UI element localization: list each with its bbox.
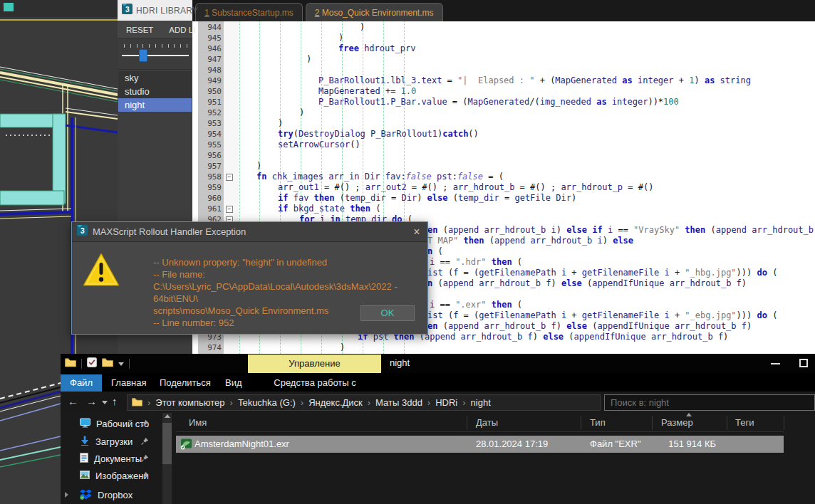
address-bar-row: ← → ↑ ›Этот компьютер›Tekuchka (G:)›Янде… bbox=[61, 392, 815, 413]
breadcrumb-item[interactable]: night bbox=[471, 397, 491, 408]
line-number: 950 bbox=[198, 86, 222, 97]
tab-number: 1 bbox=[204, 8, 209, 18]
up-icon[interactable]: ↑ bbox=[112, 395, 118, 407]
line-number: 948 bbox=[198, 65, 222, 75]
scrollbar-thumb[interactable] bbox=[162, 423, 172, 464]
scroll-up-icon[interactable] bbox=[165, 414, 170, 418]
folder-icon[interactable] bbox=[65, 357, 76, 370]
slider-track[interactable] bbox=[122, 55, 189, 56]
hdri-list-item-studio[interactable]: studio bbox=[118, 85, 192, 98]
ribbon-tab-picture-tools[interactable]: Средства работы с рисунками bbox=[254, 374, 375, 392]
scrollbar[interactable] bbox=[162, 413, 172, 504]
code-line: 958−fn chk_images arr_in Dir fav:false p… bbox=[192, 172, 815, 182]
sidebar-item-downloads[interactable]: Загрузки bbox=[61, 434, 162, 450]
code-text: fn chk_images arr_in Dir fav:false pst:f… bbox=[256, 172, 504, 182]
line-number: 952 bbox=[198, 107, 222, 118]
code-line: 944) bbox=[192, 22, 815, 33]
column-header-Тип[interactable]: Тип bbox=[581, 415, 652, 431]
explorer-main: Рабочий стоЗагрузкиДокументыИзображениDr… bbox=[61, 413, 815, 504]
slider-handle[interactable] bbox=[139, 49, 147, 62]
code-line: 959arr_out1 = #() ; arr_out2 = #() ; arr… bbox=[192, 182, 815, 193]
expand-chevron-icon[interactable] bbox=[65, 492, 68, 498]
code-line: 956 bbox=[192, 150, 815, 161]
fold-marker-icon[interactable]: − bbox=[226, 174, 233, 181]
history-dropdown-icon[interactable] bbox=[102, 401, 108, 404]
code-line: 954try(DestroyDialog P_BarRollout1)catch… bbox=[192, 129, 815, 140]
line-number: 961 bbox=[198, 204, 222, 214]
column-separator[interactable] bbox=[784, 416, 784, 430]
code-line: 946free hdrout_prv bbox=[192, 43, 815, 54]
sidebar-item-label: Загрузки bbox=[95, 436, 133, 447]
new-folder-icon[interactable] bbox=[102, 357, 113, 370]
properties-check-icon[interactable] bbox=[87, 357, 97, 370]
add-library-button[interactable]: ADD LI bbox=[169, 26, 195, 34]
line-number: 946 bbox=[198, 43, 222, 54]
maximize-icon[interactable] bbox=[799, 359, 808, 367]
desktop-icon bbox=[80, 418, 90, 430]
dialog-titlebar[interactable]: 3 MAXScript Rollout Handler Exception × bbox=[72, 222, 427, 242]
breadcrumb-item[interactable]: HDRi bbox=[435, 397, 457, 408]
back-icon[interactable]: ← bbox=[68, 395, 78, 407]
contextual-tab-manage[interactable]: Управление bbox=[248, 355, 381, 373]
sidebar-item-desktop[interactable]: Рабочий сто bbox=[61, 416, 162, 432]
line-number: 974 bbox=[198, 342, 222, 353]
sidebar-item-label: Документы bbox=[94, 453, 142, 464]
fold-marker-icon[interactable]: − bbox=[226, 206, 233, 213]
code-text: T MAP" then (append arr_hdrout_b i) else bbox=[427, 236, 633, 246]
breadcrumb-item[interactable]: Tekuchka (G:) bbox=[238, 397, 296, 408]
column-header-Размер[interactable]: Размер bbox=[652, 415, 727, 431]
search-input[interactable] bbox=[604, 394, 815, 411]
sidebar-item-documents[interactable]: Документы bbox=[61, 451, 162, 467]
ok-button[interactable]: OK bbox=[360, 305, 415, 321]
code-text: ist (f = (getFilenamePath i + getFilenam… bbox=[427, 310, 777, 321]
column-header-Имя[interactable]: Имя bbox=[176, 415, 467, 431]
pin-icon bbox=[141, 454, 149, 465]
svg-text:3: 3 bbox=[125, 6, 130, 14]
hdri-list-item-sky[interactable]: sky bbox=[118, 71, 192, 85]
code-text: MapGenerated += 1.0 bbox=[318, 86, 416, 97]
code-text: en (append arr_hdrout_b i) else if i == … bbox=[427, 225, 815, 236]
explorer-titlebar[interactable]: Управление night bbox=[61, 354, 815, 373]
sidebar-item-pictures[interactable]: Изображени bbox=[61, 468, 162, 484]
breadcrumb[interactable]: ›Этот компьютер›Tekuchka (G:)›Яндекс.Дис… bbox=[127, 394, 601, 411]
slider-ticks bbox=[124, 44, 187, 48]
reset-button[interactable]: RESET bbox=[126, 26, 153, 34]
hdri-titlebar[interactable]: 3 HDRI LIBRARY bbox=[118, 0, 192, 21]
3dsmax-logo-icon: 3 bbox=[122, 4, 133, 17]
tab-label: Moso_Quick Environment.ms bbox=[319, 8, 433, 18]
code-line: 950MapGenerated += 1.0 bbox=[192, 86, 815, 97]
line-number: 945 bbox=[198, 33, 222, 43]
breadcrumb-item[interactable]: Маты 3ddd bbox=[375, 397, 422, 408]
breadcrumb-item[interactable]: Этот компьютер bbox=[155, 397, 224, 408]
ribbon-tab-share[interactable]: Поделиться bbox=[150, 374, 220, 392]
maxscript-exception-dialog: 3 MAXScript Rollout Handler Exception × … bbox=[71, 221, 428, 335]
ribbon-tab-home[interactable]: Главная bbox=[102, 374, 155, 392]
line-number: 949 bbox=[198, 75, 222, 86]
forward-icon[interactable]: → bbox=[86, 395, 97, 407]
code-line: 948 bbox=[192, 65, 815, 75]
quick-access-toolbar bbox=[65, 357, 130, 370]
code-line: 949P_BarRollout1.lbl_3.text = "| Elapsed… bbox=[192, 75, 815, 86]
column-header-Теги[interactable]: Теги bbox=[727, 415, 784, 431]
code-line: 945) bbox=[192, 33, 815, 43]
ribbon-tab-row: Файл Главная Поделиться Вид Средства раб… bbox=[61, 373, 815, 392]
breadcrumb-item[interactable]: Яндекс.Диск bbox=[308, 397, 363, 408]
sidebar-item-dropbox[interactable]: Dropbox bbox=[61, 487, 162, 503]
breadcrumb-separator: › bbox=[147, 397, 150, 408]
qat-dropdown-icon[interactable] bbox=[118, 362, 124, 366]
editor-tab[interactable]: 2 Moso_Quick Environment.ms bbox=[306, 3, 443, 21]
close-icon[interactable]: × bbox=[406, 222, 427, 242]
minimize-icon[interactable] bbox=[771, 363, 780, 364]
hdri-slider-section bbox=[118, 39, 192, 70]
editor-tabbar: 1 SubstanceStartup.ms2 Moso_Quick Enviro… bbox=[192, 0, 815, 21]
ribbon-tab-file[interactable]: Файл bbox=[61, 374, 102, 392]
hdri-list-item-night[interactable]: night bbox=[118, 98, 192, 112]
warning-icon bbox=[82, 252, 120, 290]
file-row[interactable]: AmsterdamNight01.exr28.01.2024 17:19Файл… bbox=[176, 436, 784, 453]
line-number: 960 bbox=[198, 193, 222, 204]
column-header-Даты[interactable]: Даты bbox=[467, 415, 581, 431]
editor-tab[interactable]: 1 SubstanceStartup.ms bbox=[195, 3, 303, 21]
tab-label: SubstanceStartup.ms bbox=[209, 8, 294, 18]
ribbon-tab-view[interactable]: Вид bbox=[216, 374, 251, 392]
code-text: ) bbox=[306, 54, 311, 65]
